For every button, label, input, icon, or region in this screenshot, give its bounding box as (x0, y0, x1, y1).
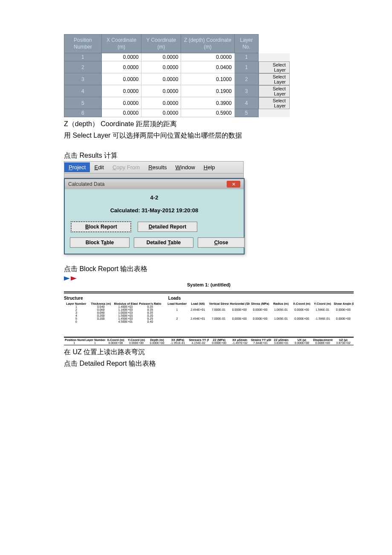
select-layer-button[interactable]: Select Layer (259, 85, 290, 97)
th-y: Y Coordinate (m) (141, 35, 181, 53)
dialog-title: Calculated Data (68, 181, 104, 187)
report-title: System 1: (untitled) (64, 282, 354, 287)
menu-project[interactable]: Project (64, 162, 90, 172)
loads-heading: Loads (168, 296, 354, 301)
note-results: 点击 Results 计算 (64, 151, 328, 160)
note-detailed-report: 点击 Detailed Report 输出表格 (64, 359, 328, 368)
dialog-name: 4-2 (70, 194, 239, 201)
detailed-report-button[interactable]: Detailed Report (138, 222, 197, 232)
note-zdepth: Z（depth） Coordinate 距层顶的距离 (64, 120, 328, 129)
select-layer-button[interactable]: Select Layer (259, 97, 290, 109)
table-row: 1 0.0000 0.0000 0.0000 1 (64, 53, 290, 61)
th-layer: Layer No. (234, 35, 258, 53)
report-logo-icon (64, 276, 81, 282)
note-select-layer: 用 Select Layer 可以选择两层中间位置处输出哪些层的数据 (64, 131, 328, 140)
th-z: Z (depth) Coordinate (m) (181, 35, 234, 53)
table-row: 2 0.0000 0.0000 0.0400 1 Select Layer (64, 61, 290, 73)
table-row: 4 0.0000 0.0000 0.1900 3 Select Layer (64, 85, 290, 97)
table-row: 1 2.494E+01 7.000E-01 0.000E+00 0.000E+0… (167, 305, 354, 314)
block-report-button[interactable]: Block Report (71, 221, 131, 232)
table-row: 3 0.090 1.000E+03 0.35 (64, 311, 162, 314)
close-button[interactable]: Close (198, 237, 245, 248)
calculated-data-dialog: Calculated Data ✕ 4-2 Calculated: 31-May… (64, 178, 245, 254)
th-x: X Coordinate (m) (101, 35, 141, 53)
menubar: Project Edit Copy From Results Window He… (64, 161, 244, 173)
structure-heading: Structure (64, 296, 168, 301)
table-row: 6 0.0000 0.0000 0.5900 5 (64, 109, 290, 117)
dialog-status: Calculated: 31-May-2012 19:20:08 (70, 207, 239, 214)
th-pos: Position Number (64, 35, 102, 53)
menu-help[interactable]: Help (199, 162, 219, 172)
select-layer-button[interactable]: Select Layer (259, 73, 290, 85)
menu-copyfrom: Copy From (108, 162, 144, 172)
detailed-table-button[interactable]: Detailed Table (134, 237, 193, 248)
menu-results[interactable]: Results (144, 162, 171, 172)
table-row: 4 0.200 1.500E+03 0.20 (64, 314, 162, 317)
note-uz: 在 UZ 位置上读出路表弯沉 (64, 348, 328, 357)
table-row: 1 0.040 1.400E+03 0.35 (64, 305, 162, 308)
table-row: 5 0.0000 0.0000 0.3900 4 Select Layer (64, 97, 290, 109)
menu-edit[interactable]: Edit (90, 162, 108, 172)
menu-window[interactable]: Window (171, 162, 199, 172)
close-icon[interactable]: ✕ (227, 181, 240, 188)
report-block: System 1: (untitled) Structure Loads Lay… (64, 276, 354, 345)
table-row: 6 4.500E+01 0.40 (64, 320, 162, 323)
block-table-button[interactable]: Block Table (70, 237, 130, 248)
table-row: 1 1 0.000E+00 0.000E+00 0.000E+00 -1.951… (64, 341, 354, 344)
select-layer-button[interactable]: Select Layer (259, 61, 290, 73)
note-block-report: 点击 Block Report 输出表格 (64, 265, 328, 274)
table-row: 2 2.494E+01 7.000E-01 0.000E+00 0.000E+0… (167, 314, 354, 323)
positions-table: Position Number X Coordinate (m) Y Coord… (64, 34, 290, 117)
table-row: 3 0.0000 0.0000 0.1000 2 Select Layer (64, 73, 290, 85)
positions-tbody: 1 0.0000 0.0000 0.0000 1 2 0.0000 0.0000… (64, 53, 290, 117)
table-row: 5 0.200 1.450E+03 0.25 (64, 317, 162, 320)
table-row: 2 0.060 1.160E+03 0.35 (64, 308, 162, 311)
